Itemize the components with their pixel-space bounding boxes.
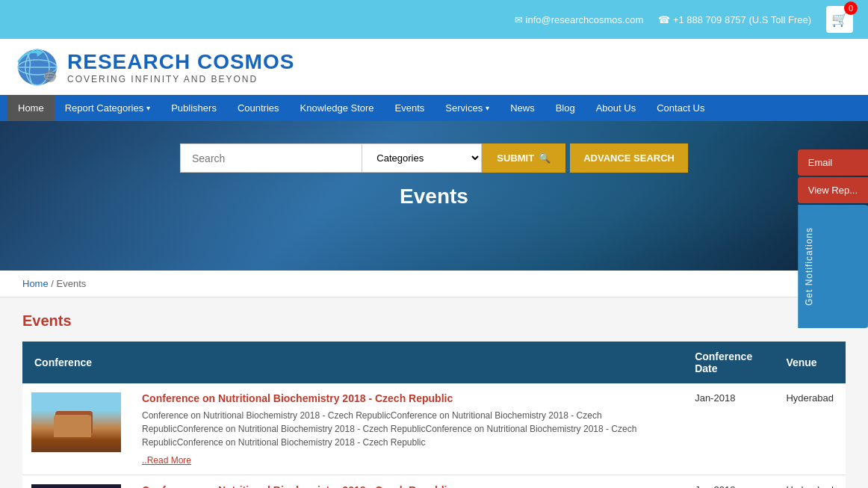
nav-countries[interactable]: Countries [227, 95, 290, 121]
event-title-link[interactable]: Conference on Nutritional Biochemistry 2… [142, 392, 453, 404]
event-thumbnail [31, 484, 121, 488]
table-header-row: Conference Conference Date Venue [22, 342, 846, 383]
col-conference: Conference [22, 342, 683, 383]
section-title: Events [22, 312, 846, 330]
hero-title: Events [400, 185, 468, 209]
get-notifications-tab[interactable]: Get Notifications [798, 205, 868, 328]
main-content: Events Conference Conference Date Venue … [0, 297, 868, 488]
nav-knowledge-store[interactable]: Knowledge Store [290, 95, 385, 121]
nav-about-us[interactable]: About Us [586, 95, 646, 121]
nav-blog[interactable]: Blog [545, 95, 586, 121]
read-more-link[interactable]: ..Read More [142, 455, 671, 466]
nav-news[interactable]: News [500, 95, 545, 121]
breadcrumb: Home / Events [0, 271, 868, 297]
event-date: Jan-2018 [683, 475, 774, 489]
header: RESEARCH COSMOS COVERING INFINITY AND BE… [0, 39, 868, 95]
logo-globe-icon [15, 46, 60, 87]
breadcrumb-separator: / [51, 278, 56, 289]
email-notification-button[interactable]: Email [798, 149, 868, 176]
category-select[interactable]: Categories [362, 143, 482, 173]
submit-label: SUBMIT [497, 152, 534, 164]
event-date: Jan-2018 [683, 383, 774, 475]
event-cell: Conference on Nutritional Biochemistry 2… [22, 475, 683, 489]
table-row: Conference on Nutritional Biochemistry 2… [22, 475, 846, 489]
event-details: Conference on Nutritional Biochemistry 2… [130, 383, 683, 475]
top-bar: ✉ info@researchcosmos.com ☎ +1 888 709 8… [0, 0, 868, 39]
advance-search-button[interactable]: ADVANCE SEARCH [570, 143, 688, 173]
logo[interactable]: RESEARCH COSMOS COVERING INFINITY AND BE… [15, 46, 294, 87]
phone-link[interactable]: ☎ +1 888 709 8757 (U.S Toll Free) [658, 14, 811, 25]
event-details: Conference on Nutritional Biochemistry 2… [130, 475, 683, 488]
nav-services[interactable]: Services ▾ [435, 95, 500, 121]
cart-wrap: 🛒 0 [826, 6, 853, 33]
nav-report-categories[interactable]: Report Categories ▾ [55, 95, 161, 121]
col-date: Conference Date [683, 342, 774, 383]
event-thumbnail [31, 392, 121, 452]
arrow-icon: ▾ [146, 104, 150, 112]
event-venue: Hyderabad [774, 383, 846, 475]
event-description: Conference on Nutritional Biochemistry 2… [142, 409, 671, 449]
hero-section: Categories SUBMIT 🔍 ADVANCE SEARCH Event… [0, 121, 868, 271]
phone-icon: ☎ [658, 14, 673, 25]
breadcrumb-current: Events [57, 278, 87, 289]
main-nav: Home Report Categories ▾ Publishers Coun… [0, 95, 868, 121]
logo-title: RESEARCH COSMOS [67, 50, 294, 74]
nav-publishers[interactable]: Publishers [161, 95, 227, 121]
event-venue: Hyderabad [774, 475, 846, 489]
logo-subtitle: COVERING INFINITY AND BEYOND [67, 74, 294, 84]
phone-text: +1 888 709 8757 (U.S Toll Free) [673, 14, 811, 25]
nav-home[interactable]: Home [7, 95, 55, 121]
event-cell: Conference on Nutritional Biochemistry 2… [22, 383, 683, 475]
email-text: info@researchcosmos.com [526, 14, 644, 25]
email-link[interactable]: ✉ info@researchcosmos.com [515, 14, 643, 25]
search-input[interactable] [180, 143, 362, 173]
nav-events[interactable]: Events [385, 95, 435, 121]
cart-badge: 0 [844, 1, 858, 15]
advance-label: ADVANCE SEARCH [583, 152, 675, 164]
submit-button[interactable]: SUBMIT 🔍 [482, 143, 565, 173]
events-table: Conference Conference Date Venue Confere… [22, 342, 846, 488]
breadcrumb-home[interactable]: Home [22, 278, 49, 289]
col-venue: Venue [774, 342, 846, 383]
side-notifications: Email View Rep... Get Notifications [798, 149, 868, 328]
search-bar: Categories SUBMIT 🔍 ADVANCE SEARCH [180, 143, 688, 173]
email-icon: ✉ [515, 14, 526, 25]
nav-contact-us[interactable]: Contact Us [646, 95, 715, 121]
logo-text-block: RESEARCH COSMOS COVERING INFINITY AND BE… [67, 50, 294, 84]
search-icon: 🔍 [539, 152, 551, 164]
table-row: Conference on Nutritional Biochemistry 2… [22, 383, 846, 475]
report-notification-button[interactable]: View Rep... [798, 177, 868, 203]
event-title-link[interactable]: Conference on Nutritional Biochemistry 2… [142, 484, 453, 488]
services-arrow-icon: ▾ [486, 104, 489, 112]
